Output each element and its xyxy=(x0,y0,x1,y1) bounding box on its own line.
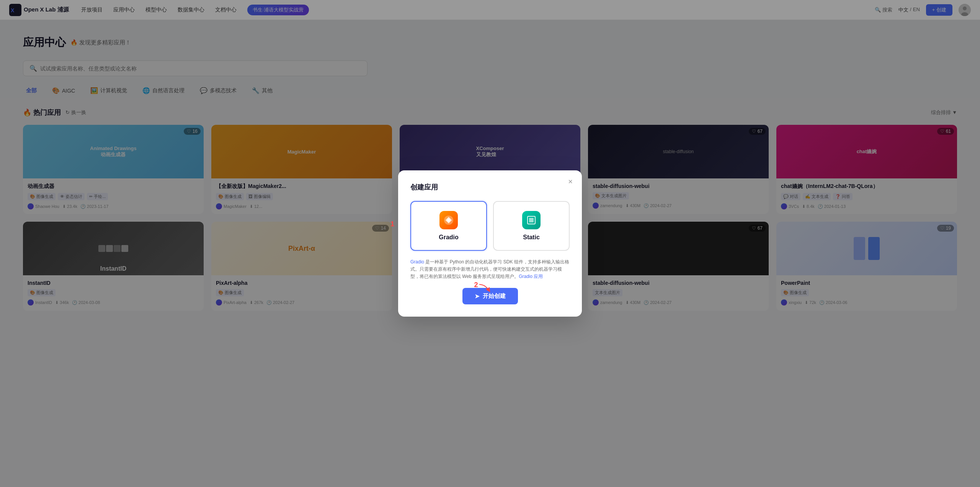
option-cards: Gradio Static xyxy=(410,201,570,251)
annotation-arrow xyxy=(477,283,493,294)
modal-title: 创建应用 xyxy=(410,183,570,192)
gradio-icon xyxy=(439,211,458,229)
modal-overlay: × 创建应用 1 Gradio xyxy=(0,0,980,487)
gradio-label: Gradio xyxy=(439,234,459,241)
gradio-desc-link[interactable]: Gradio xyxy=(410,259,424,265)
svg-rect-8 xyxy=(529,218,534,222)
static-icon xyxy=(522,211,541,229)
option-description: Gradio 是一种基于 Python 的自动化机器学习 SDK 组件，支持多种… xyxy=(410,258,570,281)
annotation-1: 1 xyxy=(390,220,394,228)
modal-close-button[interactable]: × xyxy=(565,176,576,187)
option-gradio[interactable]: Gradio xyxy=(410,201,487,251)
option-static[interactable]: Static xyxy=(493,201,570,251)
static-label: Static xyxy=(523,234,540,241)
start-btn-container: 2 ➤ 开始创建 xyxy=(410,288,570,304)
svg-point-6 xyxy=(447,219,450,222)
create-app-modal: × 创建应用 1 Gradio xyxy=(398,170,582,317)
gradio-app-link[interactable]: Gradio 应用 xyxy=(519,274,543,279)
